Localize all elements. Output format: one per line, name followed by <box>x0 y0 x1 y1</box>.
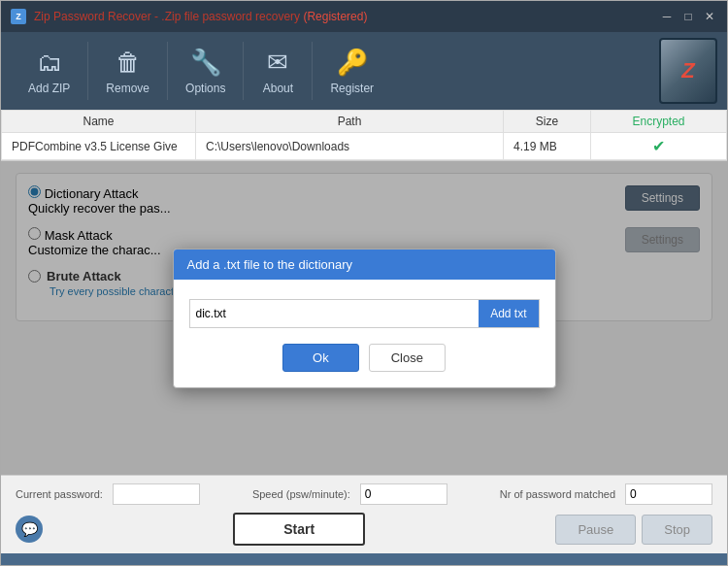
file-path-cell: C:\Users\lenovo\Downloads <box>196 133 504 160</box>
modal-buttons: Ok Close <box>189 344 540 372</box>
main-content: Dictionary Attack Quickly recover the pa… <box>1 161 727 475</box>
register-button[interactable]: 🔑 Register <box>313 42 391 101</box>
modal-header: Add a .txt file to the dictionary <box>174 250 555 280</box>
toolbar-right: Z <box>659 38 717 104</box>
modal-title: Add a .txt file to the dictionary <box>187 257 353 272</box>
table-row: PDFCombine v3.5 License Give C:\Users\le… <box>2 133 727 160</box>
add-zip-label: Add ZIP <box>28 82 70 95</box>
about-icon: ✉ <box>267 48 288 78</box>
zip-logo: Z <box>659 38 717 104</box>
toolbar: 🗂 Add ZIP 🗑 Remove 🔧 Options ✉ About 🔑 R… <box>1 32 727 110</box>
modal-ok-button[interactable]: Ok <box>282 344 359 372</box>
bottom-section: Current password: Speed (psw/minute): Nr… <box>1 475 727 553</box>
speed-label: Speed (psw/minute): <box>252 488 350 500</box>
maximize-button[interactable]: □ <box>680 9 696 24</box>
col-header-size: Size <box>504 111 591 133</box>
window-title-text: Zip Password Recover - .Zip file passwor… <box>34 10 303 23</box>
file-encrypted-cell: ✔ <box>591 133 727 160</box>
file-table-container: Name Path Size Encrypted PDFCombine v3.5… <box>1 110 727 161</box>
col-header-encrypted: Encrypted <box>591 111 727 133</box>
col-header-path: Path <box>196 111 504 133</box>
about-label: About <box>263 82 293 95</box>
options-label: Options <box>185 82 225 95</box>
remove-button[interactable]: 🗑 Remove <box>88 42 167 101</box>
main-window: Z Zip Password Recover - .Zip file passw… <box>0 0 728 566</box>
col-header-name: Name <box>2 111 196 133</box>
minimize-button[interactable]: ─ <box>659 9 675 24</box>
current-password-input[interactable] <box>113 483 200 505</box>
file-table: Name Path Size Encrypted PDFCombine v3.5… <box>1 110 727 160</box>
start-button[interactable]: Start <box>233 513 365 546</box>
register-label: Register <box>330 82 374 95</box>
app-icon: Z <box>11 9 26 24</box>
close-button[interactable]: ✕ <box>702 9 717 24</box>
modal-body: Add txt Ok Close <box>174 280 555 387</box>
remove-icon: 🗑 <box>116 48 141 78</box>
stop-button[interactable]: Stop <box>642 515 712 545</box>
options-button[interactable]: 🔧 Options <box>168 42 243 101</box>
options-icon: 🔧 <box>190 48 221 78</box>
nr-matched-input[interactable] <box>625 483 712 505</box>
nr-matched-label: Nr of password matched <box>500 488 615 500</box>
progress-bar-container <box>1 553 727 565</box>
speed-input[interactable] <box>360 483 447 505</box>
title-bar: Z Zip Password Recover - .Zip file passw… <box>1 1 727 32</box>
chat-icon-button[interactable]: 💬 <box>16 516 43 543</box>
file-name-cell: PDFCombine v3.5 License Give <box>2 133 196 160</box>
add-zip-button[interactable]: 🗂 Add ZIP <box>11 42 87 101</box>
file-size-cell: 4.19 MB <box>504 133 591 160</box>
modal-close-button[interactable]: Close <box>369 344 446 372</box>
action-row: 💬 Start Pause Stop <box>16 513 712 546</box>
add-zip-icon: 🗂 <box>37 48 62 78</box>
add-txt-modal: Add a .txt file to the dictionary Add tx… <box>173 249 556 388</box>
window-title: Zip Password Recover - .Zip file passwor… <box>34 10 659 23</box>
modal-overlay: Add a .txt file to the dictionary Add tx… <box>1 161 727 475</box>
modal-file-row: Add txt <box>189 299 540 328</box>
add-txt-button[interactable]: Add txt <box>479 300 538 327</box>
window-controls: ─ □ ✕ <box>659 9 717 24</box>
window-title-registered: (Registered) <box>303 10 367 23</box>
remove-label: Remove <box>106 82 149 95</box>
password-row: Current password: Speed (psw/minute): Nr… <box>16 483 712 505</box>
current-password-label: Current password: <box>16 488 103 500</box>
about-button[interactable]: ✉ About <box>244 42 312 101</box>
pause-button[interactable]: Pause <box>555 515 636 545</box>
register-icon: 🔑 <box>337 48 368 78</box>
modal-file-input[interactable] <box>190 300 480 327</box>
